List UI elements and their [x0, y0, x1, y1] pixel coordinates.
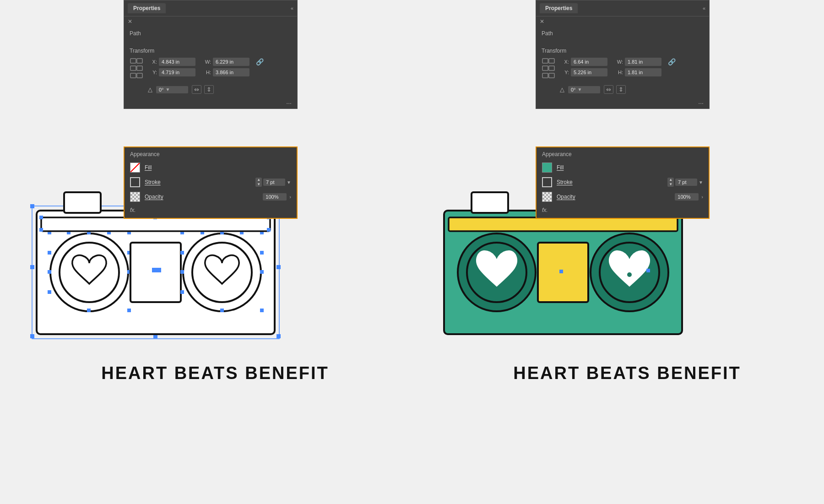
right-fill-label[interactable]: Fill — [557, 164, 564, 171]
svg-rect-49 — [41, 217, 270, 231]
opacity-input[interactable] — [263, 193, 287, 201]
right-panel-content: Path — [536, 25, 709, 44]
fx-label[interactable]: fx. — [125, 204, 297, 213]
stroke-input[interactable] — [263, 179, 285, 186]
stepper-down[interactable]: ▼ — [255, 182, 262, 187]
appearance-title: Appearance — [125, 147, 297, 160]
stroke-dropdown[interactable]: ▼ — [287, 180, 291, 185]
svg-point-19 — [60, 243, 119, 302]
opacity-chevron[interactable]: › — [289, 194, 291, 200]
collapse-button[interactable]: « — [291, 5, 293, 11]
properties-tab[interactable]: Properties — [128, 3, 166, 13]
h-label: H: — [202, 70, 211, 75]
right-stroke-row: Stroke ▲ ▼ ▼ — [537, 175, 709, 190]
right-lock-icon[interactable]: 🔗 — [668, 58, 677, 65]
more-options-button[interactable]: ··· — [124, 98, 297, 108]
right-flip-icons: ⇔ ⇕ — [604, 85, 626, 94]
right-x-input[interactable] — [571, 58, 607, 66]
opacity-swatch — [130, 192, 140, 202]
right-stroke-label[interactable]: Stroke — [557, 179, 573, 185]
right-fx-label[interactable]: fx. — [537, 204, 709, 213]
w-label: W: — [202, 59, 211, 65]
right-stepper-up[interactable]: ▲ — [667, 178, 674, 182]
left-title-container: HEART BEATS BENEFIT — [27, 363, 403, 383]
right-stroke-input[interactable] — [675, 179, 697, 186]
svg-rect-11 — [276, 265, 281, 269]
right-stroke-swatch[interactable] — [542, 177, 552, 187]
right-more-options-button[interactable]: ··· — [536, 98, 709, 108]
svg-rect-3 — [137, 66, 142, 70]
left-appearance-panel: Appearance Fill Stroke ▲ ▼ ▼ Opacity — [124, 146, 298, 219]
right-stroke-stepper[interactable]: ▲ ▼ — [667, 178, 674, 187]
right-opacity-input[interactable] — [675, 193, 699, 201]
right-collapse-button[interactable]: « — [703, 5, 705, 11]
right-properties-tab[interactable]: Properties — [540, 3, 578, 13]
svg-rect-46 — [180, 290, 184, 294]
w-input[interactable] — [213, 58, 249, 66]
svg-rect-2 — [130, 66, 136, 70]
svg-rect-58 — [549, 66, 554, 70]
right-close-button[interactable]: ✕ — [540, 18, 544, 25]
angle-dropdown[interactable]: ▼ — [166, 87, 170, 92]
right-properties-panel: Properties « ✕ Path Transform — [536, 0, 710, 109]
right-y-input[interactable] — [571, 68, 607, 76]
stroke-stepper[interactable]: ▲ ▼ — [255, 178, 262, 187]
y-input[interactable] — [159, 68, 195, 76]
right-angle-icon: △ — [560, 86, 564, 93]
right-opacity-chevron[interactable]: › — [701, 194, 703, 200]
svg-rect-43 — [260, 251, 264, 255]
angle-value: 0° — [159, 87, 164, 92]
stepper-up[interactable]: ▲ — [255, 178, 262, 182]
svg-rect-5 — [137, 73, 142, 78]
flip-horizontal-button[interactable]: ⇔ — [192, 85, 201, 94]
svg-point-36 — [192, 243, 252, 302]
right-stepper-down[interactable]: ▼ — [667, 182, 674, 187]
panel-content: Path — [124, 25, 297, 44]
svg-rect-55 — [542, 59, 548, 63]
opacity-row: Opacity › — [125, 190, 297, 204]
right-fill-swatch[interactable] — [542, 163, 552, 173]
right-flip-vertical-button[interactable]: ⇕ — [616, 85, 626, 94]
right-y-label: Y: — [560, 70, 569, 75]
svg-rect-59 — [542, 73, 548, 78]
opacity-label[interactable]: Opacity — [145, 194, 163, 200]
svg-rect-12 — [30, 334, 34, 338]
svg-rect-57 — [542, 66, 548, 70]
right-stroke-dropdown[interactable]: ▼ — [699, 180, 703, 185]
lock-icon[interactable]: 🔗 — [256, 58, 265, 65]
x-input[interactable] — [159, 58, 195, 66]
right-flip-horizontal-button[interactable]: ⇔ — [604, 85, 613, 94]
svg-rect-16 — [64, 192, 101, 213]
y-label: Y: — [148, 70, 157, 75]
right-angle-value: 0° — [571, 87, 576, 92]
x-label: X: — [148, 59, 157, 65]
right-h-input[interactable] — [625, 68, 661, 76]
left-artwork-title: HEART BEATS BENEFIT — [101, 363, 329, 383]
svg-rect-42 — [180, 251, 184, 255]
right-title-container: HEART BEATS BENEFIT — [435, 363, 819, 383]
stroke-label[interactable]: Stroke — [145, 179, 161, 185]
svg-rect-0 — [130, 59, 136, 63]
right-artwork-title: HEART BEATS BENEFIT — [513, 363, 741, 383]
path-label: Path — [130, 30, 292, 37]
stroke-swatch[interactable] — [130, 177, 140, 187]
right-w-input[interactable] — [625, 58, 661, 66]
fill-label[interactable]: Fill — [145, 164, 152, 171]
angle-icon: △ — [148, 86, 152, 93]
right-transform-section: Transform X: W: 🔗 — [536, 44, 709, 98]
transform-section: Transform X: W: 🔗 — [124, 44, 297, 98]
svg-rect-30 — [87, 309, 91, 312]
flip-vertical-button[interactable]: ⇕ — [204, 85, 214, 94]
svg-rect-10 — [30, 265, 34, 269]
right-opacity-label[interactable]: Opacity — [557, 194, 575, 200]
right-half: Properties « ✕ Path Transform — [412, 0, 824, 504]
svg-rect-7 — [30, 204, 34, 208]
svg-rect-50 — [39, 216, 43, 219]
right-angle-dropdown[interactable]: ▼ — [578, 87, 582, 92]
fill-swatch[interactable] — [130, 163, 140, 173]
svg-rect-56 — [549, 59, 554, 63]
flip-icons: ⇔ ⇕ — [192, 85, 214, 94]
close-button[interactable]: ✕ — [128, 18, 132, 25]
right-fill-row: Fill — [537, 160, 709, 175]
h-input[interactable] — [213, 68, 249, 76]
